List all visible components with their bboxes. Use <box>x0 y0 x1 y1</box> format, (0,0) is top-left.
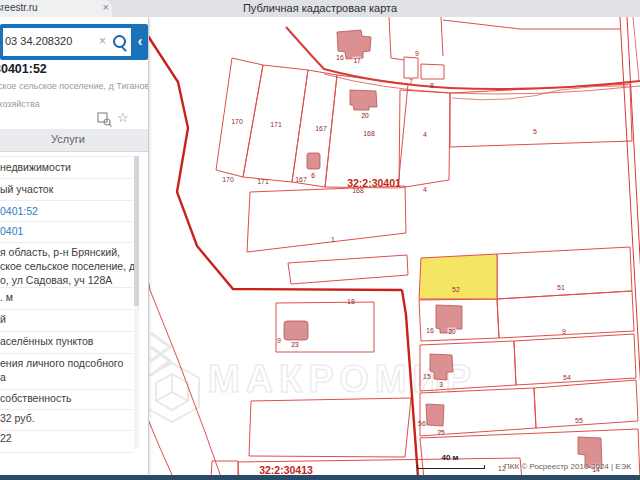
collapse-panel-button[interactable]: ‹ <box>134 32 146 52</box>
scale-line <box>417 465 485 469</box>
show-on-map-icon[interactable] <box>97 112 112 127</box>
parcel-label: 167 <box>295 176 307 183</box>
row-status: й <box>0 313 6 325</box>
building-label: 20 <box>447 328 456 335</box>
parcel-label: 9 <box>562 328 566 335</box>
parcel-label: 168 <box>363 130 375 137</box>
row-address: о, ул Садовая, уч 128А <box>0 274 112 286</box>
parcel-label: 4 <box>423 186 427 193</box>
page-title: Публичная кадастровая карта <box>0 2 640 14</box>
roads <box>286 17 640 480</box>
search-box: 03 34.208320 × ‹ <box>0 24 148 60</box>
parcel-label: 54 <box>563 374 571 381</box>
favorite-star-icon[interactable]: ☆ <box>117 110 129 125</box>
building-label: 25 <box>436 429 445 436</box>
row-cadastral-number-link[interactable]: 0401:52 <box>0 205 38 217</box>
buildings <box>284 30 602 468</box>
parcel-label: 171 <box>257 178 269 185</box>
parcel-label: 171 <box>270 121 282 128</box>
search-icon[interactable] <box>113 35 126 48</box>
building-label: 3 <box>438 381 444 388</box>
card-actions: ☆ <box>97 112 133 127</box>
row-permitted-use: а <box>0 371 6 383</box>
parcel-label: 18 <box>347 298 355 305</box>
clear-icon[interactable]: × <box>99 34 106 48</box>
parcel-label: 5 <box>533 128 537 135</box>
map-attribution: ПКК © Росреестр 2010-2024 | ЕЭК <box>504 462 640 471</box>
screen: МАКРОМИР <box>0 0 640 480</box>
tab-services[interactable]: Услуги <box>38 133 98 145</box>
parcel-label: 170 <box>222 176 234 183</box>
search-field[interactable]: 03 34.208320 × <box>3 28 131 56</box>
parcel-label: 16 <box>336 54 344 61</box>
row-permitted-use: ения личного подсобного <box>0 357 123 369</box>
parcel-label: 56 <box>418 420 426 427</box>
row-cadastral-quarter-link[interactable]: 0401 <box>0 225 23 237</box>
parcel-label: 55 <box>575 417 583 424</box>
parcel-card-subtitle: хозяйства <box>0 99 40 109</box>
parcel-label: 15 <box>423 373 431 380</box>
parcel-label: 52 <box>452 286 460 293</box>
sidebar-tabbar: Услуги <box>0 129 148 152</box>
row-object-type-label: недвижимости <box>0 161 71 173</box>
parcel-label: 4 <box>423 131 427 138</box>
row-address: ское сельское поселение, д <box>0 260 135 272</box>
parcel-label: 1 <box>331 236 335 243</box>
watermark-logo-icon <box>145 333 199 422</box>
scale-label: 40 м <box>417 453 483 462</box>
parcel-label: 167 <box>315 125 327 132</box>
parcel-card-title: 30401:52 <box>0 62 47 76</box>
row-cost-date: 22 <box>0 432 12 444</box>
browser-topbar: sreestr.ru × Публичная кадастровая карта <box>0 0 640 17</box>
building-label: 23 <box>290 341 299 348</box>
parcel-label: 51 <box>557 284 565 291</box>
scrollbar-thumb[interactable] <box>134 156 139 306</box>
search-input[interactable]: 03 34.208320 <box>5 35 97 47</box>
building-label: 6 <box>310 172 316 179</box>
quarter-label-30401: 32:2:30401 <box>347 177 401 189</box>
row-address: я область, р-н Брянский, <box>0 246 120 258</box>
parcel-label: 16 <box>426 327 434 334</box>
row-cadastral-cost: 32 руб. <box>0 412 35 424</box>
sidebar-panel: 03 34.208320 × ‹ 30401:52 ское сельское … <box>0 17 149 475</box>
building-label: 17 <box>352 57 361 64</box>
parcel-label: 9 <box>415 50 419 57</box>
parcel-card-subtitle: ское сельское поселение, д Тиганово, <box>0 81 149 91</box>
row-area: . м <box>0 291 13 303</box>
parcel-label: 9 <box>277 337 281 344</box>
bottom-strip <box>0 475 640 480</box>
row-object-type-value: ый участок <box>0 183 53 195</box>
parcel-label: 170 <box>231 118 243 125</box>
parcel-label: 8 <box>430 82 434 89</box>
row-land-category: аселённых пунктов <box>0 335 93 347</box>
building-label: 20 <box>360 112 369 119</box>
parcel-label: 7 <box>409 78 413 85</box>
sidebar-scrollbar[interactable] <box>134 156 139 449</box>
row-ownership: собственность <box>0 392 71 404</box>
